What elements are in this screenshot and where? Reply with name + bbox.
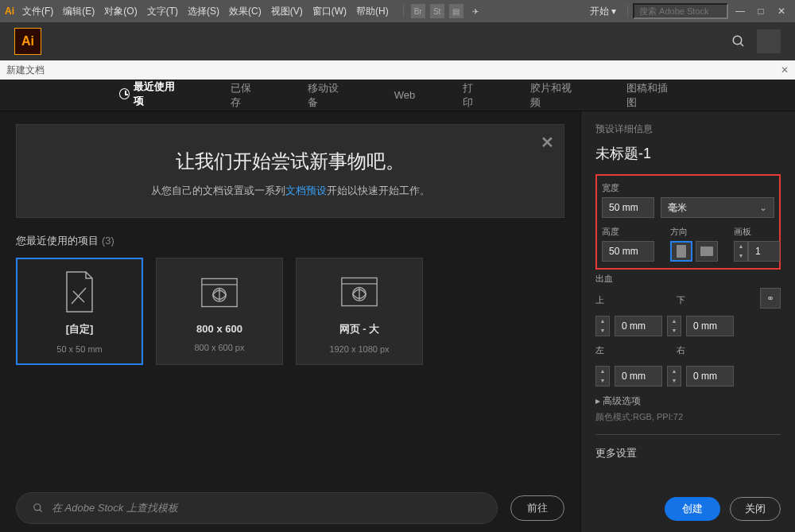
welcome-text: 从您自己的文档设置或一系列文档预设开始以快速开始工作。 [33, 184, 548, 198]
stock-icon[interactable]: St [430, 4, 444, 18]
preset-details-panel: 预设详细信息 未标题-1 宽度 50 mm 毫米⌄ 高度 50 mm 方向 [580, 111, 795, 532]
menu-object[interactable]: 对象(O) [104, 5, 137, 18]
workspace-start[interactable]: 开始 ▾ [590, 5, 616, 18]
bleed-top-input[interactable]: 0 mm [615, 316, 662, 336]
menu-window[interactable]: 窗口(W) [312, 5, 347, 18]
app-second-bar: Ai [0, 22, 795, 60]
close-button[interactable]: 关闭 [730, 497, 781, 521]
window-close[interactable]: ✕ [773, 6, 790, 17]
color-mode-info: 颜色模式:RGB, PPI:72 [595, 411, 781, 423]
menu-edit[interactable]: 编辑(E) [63, 5, 95, 18]
app-brand: Ai [5, 6, 14, 17]
window-minimize[interactable]: — [731, 6, 749, 17]
more-settings-link[interactable]: 更多设置 [595, 446, 781, 460]
height-input[interactable]: 50 mm [602, 241, 654, 262]
stock-search-bar: 在 Adobe Stock 上查找模板 前往 [16, 492, 564, 524]
bleed-left-label: 左 [595, 344, 604, 356]
panel-menu-icon[interactable] [757, 29, 781, 53]
orientation-portrait[interactable] [670, 241, 692, 262]
preset-card-800[interactable]: 800 x 600 800 x 600 px [156, 258, 283, 365]
ai-logo-icon: Ai [14, 28, 41, 55]
highlight-box: 宽度 50 mm 毫米⌄ 高度 50 mm 方向 [595, 174, 781, 270]
recent-section-title: 您最近使用的项目(3) [16, 234, 564, 248]
link-bleed-icon[interactable]: ⚭ [760, 288, 781, 309]
goto-button[interactable]: 前往 [510, 495, 564, 521]
welcome-close-icon[interactable]: ✕ [541, 133, 554, 152]
bleed-bottom-stepper[interactable]: ▲▼ [667, 316, 681, 336]
web-icon [340, 270, 378, 314]
preset-card-custom[interactable]: [自定] 50 x 50 mm [16, 258, 143, 365]
chevron-down-icon: ⌄ [759, 202, 767, 213]
card-subtitle: 50 x 50 mm [56, 344, 102, 354]
width-input[interactable]: 50 mm [602, 197, 654, 218]
menu-type[interactable]: 文字(T) [147, 5, 178, 18]
card-title: [自定] [66, 322, 94, 336]
divider [403, 5, 404, 17]
document-custom-icon [60, 270, 99, 314]
height-label: 高度 [602, 226, 654, 238]
arrange-icon[interactable]: ▤ [449, 4, 463, 18]
search-icon[interactable] [730, 33, 747, 50]
left-pane: ✕ 让我们开始尝试新事物吧。 从您自己的文档设置或一系列文档预设开始以快速开始工… [0, 111, 580, 532]
menu-file[interactable]: 文件(F) [22, 5, 53, 18]
window-maximize[interactable]: □ [752, 6, 770, 17]
artboard-label: 画板 [734, 226, 780, 238]
welcome-banner: ✕ 让我们开始尝试新事物吧。 从您自己的文档设置或一系列文档预设开始以快速开始工… [16, 124, 564, 218]
width-label: 宽度 [602, 182, 774, 194]
dialog-close-icon[interactable]: ✕ [781, 64, 789, 76]
bleed-label: 出血 [595, 273, 781, 285]
preset-details-label: 预设详细信息 [595, 122, 781, 136]
card-title: 网页 - 大 [339, 322, 380, 336]
card-title: 800 x 600 [196, 323, 242, 335]
create-button[interactable]: 创建 [665, 497, 720, 521]
clock-icon [119, 88, 130, 99]
bleed-left-input[interactable]: 0 mm [615, 366, 662, 386]
bleed-top-label: 上 [595, 294, 604, 306]
artboard-stepper[interactable]: ▲▼ [734, 241, 748, 262]
welcome-heading: 让我们开始尝试新事物吧。 [33, 149, 548, 174]
dialog-title: 新建文档 [6, 64, 45, 77]
orientation-landscape[interactable] [696, 241, 718, 262]
search-icon [33, 503, 44, 514]
svg-line-1 [740, 43, 743, 46]
web-icon [200, 270, 238, 315]
unit-dropdown[interactable]: 毫米⌄ [661, 197, 774, 218]
doc-preset-link[interactable]: 文档预设 [285, 184, 327, 196]
portrait-icon [677, 245, 686, 258]
search-adobe-stock[interactable] [633, 3, 728, 19]
bleed-left-stepper[interactable]: ▲▼ [595, 366, 610, 386]
bleed-bottom-input[interactable]: 0 mm [686, 316, 734, 336]
orientation-label: 方向 [670, 226, 718, 238]
category-tabs: 最近使用项 已保存 移动设备 Web 打印 胶片和视频 图稿和插图 [0, 80, 795, 111]
svg-point-10 [34, 504, 41, 511]
menu-effect[interactable]: 效果(C) [229, 5, 262, 18]
card-subtitle: 800 x 600 px [195, 343, 245, 352]
tab-web[interactable]: Web [391, 81, 419, 109]
bleed-bottom-label: 下 [677, 294, 685, 306]
divider [627, 5, 628, 17]
svg-point-0 [733, 36, 742, 45]
bleed-right-input[interactable]: 0 mm [686, 366, 734, 386]
bleed-right-label: 右 [677, 344, 685, 356]
divider [595, 434, 781, 435]
bridge-icon[interactable]: Br [411, 4, 425, 18]
menu-view[interactable]: 视图(V) [271, 5, 303, 18]
menu-help[interactable]: 帮助(H) [356, 5, 389, 18]
recent-cards: [自定] 50 x 50 mm 800 x 600 800 x 600 px 网… [16, 258, 564, 365]
preset-card-web-large[interactable]: 网页 - 大 1920 x 1080 px [296, 258, 423, 365]
svg-line-11 [40, 510, 42, 512]
landscape-icon [700, 247, 713, 256]
app-menubar: Ai 文件(F) 编辑(E) 对象(O) 文字(T) 选择(S) 效果(C) 视… [0, 0, 795, 22]
preset-name[interactable]: 未标题-1 [595, 144, 781, 163]
bleed-top-stepper[interactable]: ▲▼ [595, 316, 610, 336]
stock-search-input[interactable]: 在 Adobe Stock 上查找模板 [16, 492, 498, 524]
card-subtitle: 1920 x 1080 px [329, 344, 389, 354]
advanced-toggle[interactable]: ▸ 高级选项 [595, 394, 781, 408]
bleed-right-stepper[interactable]: ▲▼ [667, 366, 681, 386]
send-icon[interactable]: ✈ [468, 4, 483, 18]
artboard-count-input[interactable]: 1 [748, 241, 780, 262]
menu-select[interactable]: 选择(S) [188, 5, 219, 18]
